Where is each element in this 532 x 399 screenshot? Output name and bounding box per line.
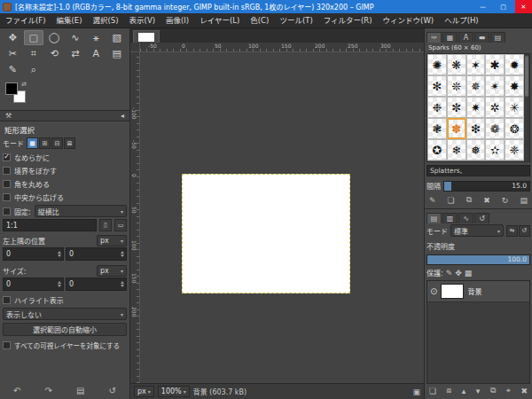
new-brush-icon[interactable]: ❏ <box>448 196 455 205</box>
mode-subtract-icon[interactable]: ⊟ <box>51 137 63 149</box>
lower-layer-icon[interactable]: ▾ <box>476 387 481 395</box>
spinner-arrows-icon[interactable] <box>58 281 61 287</box>
flip-tool-icon[interactable]: ⇄ <box>66 46 86 61</box>
undo-history-tab-icon[interactable]: ↺ <box>474 213 489 223</box>
fonts-tab-icon[interactable]: A <box>458 32 473 43</box>
canvas-image[interactable] <box>182 174 350 293</box>
tool-options-tab-icon[interactable]: ⚒ <box>4 112 13 120</box>
delete-brush-icon[interactable]: ✖ <box>483 196 490 205</box>
brush-item-18[interactable]: ❁ <box>485 118 505 139</box>
channels-tab-icon[interactable]: ▥ <box>442 213 458 223</box>
brush-item-21[interactable]: ❄ <box>447 139 466 160</box>
checkbox[interactable]: ✓ <box>3 153 11 161</box>
unit-dropdown[interactable]: px ▾ <box>134 386 154 397</box>
visibility-eye-icon[interactable]: ⊙ <box>430 286 437 296</box>
new-layer-group-icon[interactable]: ⧈ <box>447 386 452 395</box>
scissors-select-tool-icon[interactable]: ✂ <box>3 46 23 61</box>
guides-dropdown[interactable]: 表示しない ▾ <box>3 308 127 320</box>
opacity-slider[interactable]: 100.0 <box>426 254 530 265</box>
brush-item-0[interactable]: ✺ <box>427 54 447 75</box>
menu-item-5[interactable]: レイヤー(L) <box>194 13 245 28</box>
reset-mode-icon[interactable]: ↺ <box>519 225 530 237</box>
ruler-corner[interactable] <box>130 43 140 52</box>
foreground-color-swatch[interactable] <box>5 82 18 95</box>
switch-mode-group-icon[interactable]: ⇋ <box>506 225 518 237</box>
menu-item-9[interactable]: ウィンドウ(W) <box>378 13 440 28</box>
raise-layer-icon[interactable]: ▴ <box>462 387 466 395</box>
spinner-arrows-icon[interactable] <box>121 281 124 287</box>
move-tool-icon[interactable]: ✥ <box>3 30 23 45</box>
brush-tag-filter-input[interactable]: Splatters, <box>426 165 530 176</box>
mode-intersect-icon[interactable]: ⊠ <box>64 137 75 149</box>
lock-pixels-icon[interactable]: ✎ <box>446 269 453 278</box>
minimize-button[interactable]: — <box>474 0 491 13</box>
layers-tab-icon[interactable]: ▤ <box>426 213 442 223</box>
crop-tool-icon[interactable]: ⌗ <box>24 46 44 61</box>
duplicate-brush-icon[interactable]: ⧉ <box>466 195 472 205</box>
brush-item-6[interactable]: ❊ <box>447 75 466 97</box>
select-by-color-tool-icon[interactable]: ▧ <box>107 30 128 45</box>
restore-tool-options-icon[interactable]: ↷ <box>45 386 52 395</box>
landscape-orientation-button[interactable]: ▭ <box>114 219 127 231</box>
rectangle-select-tool-icon[interactable]: ▢ <box>24 30 44 45</box>
mode-add-icon[interactable]: ⊞ <box>39 137 51 149</box>
lock-position-icon[interactable]: ✥ <box>455 269 462 278</box>
aspect-ratio-dropdown[interactable]: 縦横比 ▾ <box>35 205 127 217</box>
delete-tool-options-icon[interactable]: ▤ <box>76 386 84 395</box>
transform-tool-icon[interactable]: ⟲ <box>44 46 65 61</box>
free-select-tool-icon[interactable]: ∿ <box>66 30 86 45</box>
canvas-viewport[interactable] <box>140 52 424 383</box>
menu-item-4[interactable]: 画像(I) <box>160 13 194 28</box>
text-tool-icon[interactable]: A <box>86 46 106 61</box>
position-y-spinner[interactable]: 0 <box>66 247 127 261</box>
menu-item-0[interactable]: ファイル(F) <box>0 13 51 28</box>
brush-item-1[interactable]: ❋ <box>447 54 466 75</box>
edit-brush-icon[interactable]: ✎ <box>429 196 436 205</box>
brush-item-2[interactable]: ✶ <box>466 54 486 75</box>
lock-alpha-icon[interactable]: ▦ <box>465 269 473 278</box>
checkbox[interactable] <box>3 193 11 201</box>
size-height-spinner[interactable]: 0 <box>66 278 127 291</box>
brush-item-19[interactable]: ❂ <box>505 118 524 139</box>
highlight-checkbox[interactable] <box>3 296 11 304</box>
layer-thumbnail[interactable] <box>441 284 464 299</box>
brush-item-22[interactable]: ❅ <box>466 139 486 160</box>
patterns-tab-icon[interactable]: ▦ <box>442 32 458 43</box>
brush-item-23[interactable]: ✫ <box>485 139 505 160</box>
auto-shrink-button[interactable]: 選択範囲の自動縮小 <box>3 323 127 336</box>
checkbox[interactable] <box>3 180 11 188</box>
menu-item-10[interactable]: ヘルプ(H) <box>439 13 484 28</box>
fixed-checkbox[interactable] <box>3 207 11 215</box>
reset-tool-options-icon[interactable]: ↺ <box>109 386 116 395</box>
brush-item-12[interactable]: ✷ <box>466 97 486 118</box>
zoom-dropdown[interactable]: 100% ▾ <box>158 386 190 397</box>
swap-colors-icon[interactable]: ⇄ <box>21 81 27 88</box>
spinner-arrows-icon[interactable] <box>58 251 61 257</box>
refresh-brushes-icon[interactable]: ↻ <box>502 196 509 205</box>
dock-menu-icon[interactable]: ◂ <box>119 112 126 120</box>
duplicate-layer-icon[interactable]: ⧉ <box>490 386 496 395</box>
aspect-ratio-input[interactable]: 1:1 <box>3 219 97 231</box>
mode-replace-icon[interactable]: ▦ <box>27 137 38 149</box>
menu-item-8[interactable]: フィルター(R) <box>318 13 378 28</box>
checkbox[interactable] <box>3 167 11 175</box>
menu-item-3[interactable]: 表示(V) <box>124 13 160 28</box>
bucket-fill-tool-icon[interactable]: ▤ <box>107 46 128 61</box>
menu-item-1[interactable]: 編集(E) <box>51 13 88 28</box>
spacing-slider[interactable]: 15.0 <box>443 181 530 192</box>
brush-item-20[interactable]: ✪ <box>427 139 447 160</box>
image-tab[interactable] <box>133 30 160 43</box>
size-unit-dropdown[interactable]: px ▾ <box>97 265 127 277</box>
menu-item-2[interactable]: 選択(S) <box>88 13 124 28</box>
save-tool-options-icon[interactable]: ↶ <box>13 386 20 395</box>
position-unit-dropdown[interactable]: px ▾ <box>97 235 127 246</box>
spinner-arrows-icon[interactable] <box>121 251 124 257</box>
pencil-tool-icon[interactable]: ✎ <box>3 62 23 77</box>
brush-item-11[interactable]: ✼ <box>447 97 466 118</box>
new-layer-icon[interactable]: ❏ <box>429 387 436 395</box>
brush-item-9[interactable]: ✸ <box>505 75 524 97</box>
delete-layer-icon[interactable]: ✖ <box>520 387 528 395</box>
brush-item-10[interactable]: ❉ <box>427 97 447 118</box>
close-button[interactable]: ✕ <box>515 0 532 13</box>
zoom-tool-icon[interactable]: ⌕ <box>24 62 44 77</box>
